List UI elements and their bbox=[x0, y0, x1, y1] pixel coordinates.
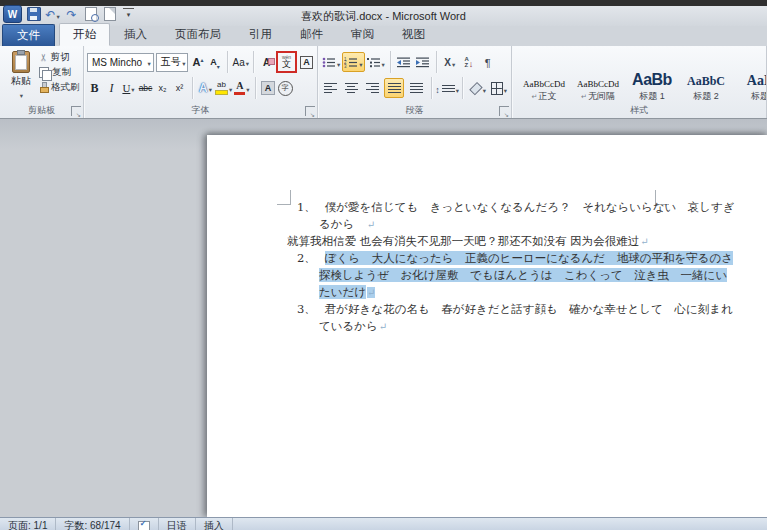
highlight-dropdown-icon[interactable] bbox=[228, 83, 232, 94]
tab-page-layout[interactable]: 页面布局 bbox=[161, 23, 235, 46]
style-heading-2[interactable]: AaBbC 标题 2 bbox=[682, 50, 730, 103]
underline-button[interactable]: U bbox=[121, 79, 136, 97]
font-size-combo[interactable]: 五号 bbox=[156, 53, 189, 72]
bold-button[interactable]: B bbox=[87, 79, 102, 97]
align-right-button[interactable] bbox=[363, 79, 381, 97]
numbering-button[interactable]: 123 bbox=[342, 52, 364, 72]
shading-dropdown-icon[interactable] bbox=[482, 79, 486, 97]
paragraph-style-marker-icon: ↵ bbox=[532, 93, 538, 101]
svg-text:3: 3 bbox=[344, 63, 347, 68]
text-effects-dropdown-icon[interactable] bbox=[208, 83, 212, 94]
bullets-dropdown-icon[interactable] bbox=[336, 53, 340, 71]
tab-view[interactable]: 视图 bbox=[388, 23, 439, 46]
style-title[interactable]: AaB 标题 bbox=[736, 50, 767, 103]
style-normal[interactable]: AaBbCcDd ↵正文 bbox=[520, 50, 568, 103]
doc-line[interactable]: 2、ぼくら 大人になったら 正義のヒーローになるんだ 地球の平和を守るのさ bbox=[297, 250, 726, 267]
phonetic-guide-button[interactable]: wén 文 bbox=[279, 53, 294, 71]
shrink-font-button[interactable]: A bbox=[207, 53, 222, 71]
clear-formatting-button[interactable]: A bbox=[259, 53, 274, 71]
bullets-button[interactable] bbox=[321, 53, 341, 71]
paste-dropdown-icon[interactable] bbox=[19, 89, 23, 100]
borders-dropdown-icon[interactable] bbox=[503, 79, 507, 97]
italic-button[interactable]: I bbox=[104, 79, 119, 97]
font-size-value: 五号 bbox=[161, 55, 181, 69]
superscript-icon: x² bbox=[176, 83, 184, 93]
style-no-spacing[interactable]: AaBbCcDd ↵无间隔 bbox=[574, 50, 622, 103]
increase-indent-button[interactable] bbox=[414, 53, 432, 71]
font-name-combo[interactable]: MS Mincho bbox=[87, 53, 154, 72]
tab-home[interactable]: 开始 bbox=[59, 23, 110, 46]
doc-line[interactable]: るから ↵ bbox=[319, 216, 726, 233]
asian-layout-button[interactable]: X bbox=[441, 53, 459, 71]
subscript-button[interactable]: x₂ bbox=[155, 79, 170, 97]
status-language-text: 日语 bbox=[167, 519, 187, 530]
style-preview: AaBbC bbox=[687, 65, 725, 89]
status-word-count[interactable]: 字数: 68/174 bbox=[56, 518, 129, 530]
clipboard-dialog-launcher[interactable] bbox=[71, 106, 81, 116]
font-color-dropdown-icon[interactable] bbox=[245, 83, 249, 94]
shading-button[interactable] bbox=[469, 79, 487, 97]
numbering-dropdown-icon[interactable] bbox=[358, 53, 362, 71]
list-number: 1、 bbox=[297, 200, 316, 214]
style-heading-1[interactable]: AaBb 标题 1 bbox=[628, 50, 676, 103]
tab-mailings[interactable]: 邮件 bbox=[286, 23, 337, 46]
increase-indent-icon bbox=[416, 57, 429, 68]
doc-line[interactable]: ているから↵ bbox=[319, 318, 726, 335]
align-left-button[interactable] bbox=[321, 79, 339, 97]
format-painter-button[interactable]: 格式刷 bbox=[39, 81, 80, 94]
font-dialog-launcher[interactable] bbox=[305, 106, 315, 116]
copy-button[interactable]: 复制 bbox=[39, 66, 80, 79]
borders-grid-icon bbox=[491, 82, 503, 95]
justify-button[interactable] bbox=[384, 78, 404, 98]
status-insert-mode[interactable]: 插入 bbox=[196, 518, 233, 530]
multilevel-dropdown-icon[interactable] bbox=[381, 53, 385, 71]
text-highlight-button[interactable]: ab bbox=[215, 79, 232, 97]
font-name-dropdown-icon[interactable] bbox=[146, 57, 150, 68]
font-color-button[interactable]: A bbox=[234, 79, 249, 97]
decrease-indent-button[interactable] bbox=[395, 53, 413, 71]
doc-line[interactable]: たいだけ↵ bbox=[319, 284, 726, 301]
enclose-characters-button[interactable]: 字 bbox=[278, 79, 293, 97]
line-spacing-dropdown-icon[interactable] bbox=[455, 79, 459, 97]
superscript-button[interactable]: x² bbox=[172, 79, 187, 97]
enclose-characters-icon: 字 bbox=[278, 81, 293, 96]
distributed-button[interactable] bbox=[407, 79, 425, 97]
line-spacing-button[interactable] bbox=[438, 79, 457, 97]
change-case-button[interactable]: Aa bbox=[233, 53, 248, 71]
doc-line[interactable]: 3、君が好きな花の名も 春が好きだと話す顔も 確かな幸せとして 心に刻まれ bbox=[297, 301, 726, 318]
doc-line[interactable]: 1、僕が愛を信じても きっといなくなるんだろ？ それならいらない 哀しすぎ bbox=[297, 199, 726, 216]
line-text: ているから bbox=[319, 319, 378, 333]
character-shading-button[interactable]: A bbox=[261, 79, 276, 97]
doc-line[interactable]: 就算我相信爱 也会有消失不见那一天吧？那还不如没有 因为会很难过↵ bbox=[287, 233, 726, 250]
clipboard-small-buttons: 剪切 复制 格式刷 bbox=[39, 49, 80, 103]
strikethrough-button[interactable]: abc bbox=[138, 79, 153, 97]
multilevel-list-button[interactable] bbox=[366, 53, 386, 71]
underline-dropdown-icon[interactable] bbox=[130, 83, 134, 94]
paragraph-dialog-launcher[interactable] bbox=[499, 106, 509, 116]
cut-button[interactable]: 剪切 bbox=[39, 51, 80, 64]
status-language[interactable]: 日语 bbox=[159, 518, 196, 530]
show-hide-marks-button[interactable] bbox=[479, 53, 497, 71]
asian-layout-dropdown-icon[interactable] bbox=[451, 53, 455, 71]
tab-file[interactable]: 文件 bbox=[2, 24, 55, 46]
character-border-button[interactable]: A bbox=[299, 53, 314, 71]
separator bbox=[255, 77, 256, 99]
document-page[interactable]: 1、僕が愛を信じても きっといなくなるんだろ？ それならいらない 哀しすぎ るか… bbox=[207, 135, 767, 517]
sort-button[interactable]: AZ bbox=[460, 53, 478, 71]
borders-button[interactable] bbox=[490, 79, 508, 97]
status-page[interactable]: 页面: 1/1 bbox=[0, 518, 56, 530]
tab-references[interactable]: 引用 bbox=[235, 23, 286, 46]
text-effects-button[interactable]: A bbox=[198, 79, 213, 97]
grow-font-button[interactable]: A bbox=[190, 53, 205, 71]
paste-button[interactable]: 粘贴 bbox=[3, 49, 39, 103]
change-case-dropdown-icon[interactable] bbox=[245, 57, 249, 68]
status-proofing[interactable] bbox=[130, 518, 159, 530]
tab-review[interactable]: 审阅 bbox=[337, 23, 388, 46]
doc-line[interactable]: 探検しようぜ お化け屋敷 でもほんとうは こわくって 泣き虫 一緒にい bbox=[319, 267, 726, 284]
format-painter-label: 格式刷 bbox=[51, 81, 80, 94]
tab-insert[interactable]: 插入 bbox=[110, 23, 161, 46]
ribbon: 粘贴 剪切 复制 格式刷 剪贴板 MS Mincho 五号 A bbox=[0, 46, 767, 119]
separator bbox=[192, 77, 193, 99]
align-center-button[interactable] bbox=[342, 79, 360, 97]
font-size-dropdown-icon[interactable] bbox=[181, 57, 185, 68]
